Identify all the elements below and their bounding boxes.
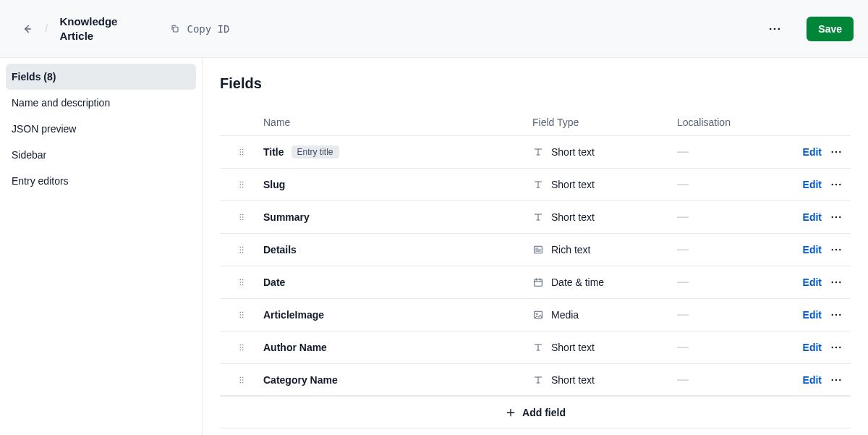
localisation-empty: — (677, 373, 778, 387)
drag-icon (237, 375, 247, 385)
more-horizontal-icon (830, 243, 843, 256)
plus-icon (505, 407, 516, 418)
copy-id-label: Copy ID (187, 23, 229, 35)
sidebar-item[interactable]: Entry editors (6, 168, 196, 194)
sidebar: Fields (8)Name and descriptionJSON previ… (0, 58, 203, 435)
field-type: Rich text (532, 244, 677, 255)
row-more-button[interactable] (822, 341, 851, 354)
drag-handle[interactable] (220, 277, 263, 287)
drag-icon (237, 180, 247, 190)
drag-icon (237, 212, 247, 222)
drag-handle[interactable] (220, 147, 263, 157)
copy-icon (169, 23, 181, 35)
localisation-empty: — (677, 308, 778, 321)
more-horizontal-icon (767, 22, 782, 36)
table-row: Author NameShort text—Edit (220, 331, 851, 363)
more-horizontal-icon (830, 308, 843, 321)
richtext-icon (532, 244, 544, 255)
text-icon (532, 146, 544, 158)
table-row: DateDate & time—Edit (220, 266, 851, 298)
back-button[interactable] (20, 22, 33, 35)
more-horizontal-icon (830, 276, 843, 289)
field-type: Short text (532, 211, 677, 223)
edit-button[interactable]: Edit (778, 146, 822, 158)
row-more-button[interactable] (822, 178, 851, 191)
row-more-button[interactable] (822, 276, 851, 289)
table-row: DetailsRich text—Edit (220, 233, 851, 266)
localisation-empty: — (677, 341, 778, 354)
table-row: Category NameShort text—Edit (220, 363, 851, 396)
media-icon (532, 309, 544, 321)
row-more-button[interactable] (822, 145, 851, 159)
page-title: Knowledge Article (59, 14, 146, 43)
text-icon (532, 211, 544, 223)
row-more-button[interactable] (822, 373, 851, 387)
text-icon (532, 374, 544, 386)
drag-icon (237, 342, 247, 352)
field-type: Date & time (532, 276, 677, 288)
entry-title-badge: Entry title (292, 145, 339, 159)
more-horizontal-icon (830, 373, 843, 387)
edit-button[interactable]: Edit (778, 309, 822, 321)
row-more-button[interactable] (822, 211, 851, 224)
field-name: Category Name (263, 374, 532, 386)
more-horizontal-icon (830, 178, 843, 191)
main-content: Fields Name Field Type Localisation Titl… (203, 58, 868, 435)
edit-button[interactable]: Edit (778, 211, 822, 223)
field-type: Media (532, 309, 677, 321)
arrow-left-icon (20, 22, 33, 35)
drag-handle[interactable] (220, 212, 263, 222)
edit-button[interactable]: Edit (778, 342, 822, 353)
field-name: Author Name (263, 342, 532, 353)
more-horizontal-icon (830, 341, 843, 354)
field-type: Short text (532, 146, 677, 158)
row-more-button[interactable] (822, 243, 851, 256)
drag-handle[interactable] (220, 310, 263, 320)
fields-table: Name Field Type Localisation TitleEntry … (220, 109, 851, 428)
field-name: Details (263, 244, 532, 255)
drag-handle[interactable] (220, 245, 263, 255)
sidebar-item[interactable]: Name and description (6, 90, 196, 116)
drag-handle[interactable] (220, 375, 263, 385)
header-more-button[interactable] (763, 17, 786, 41)
add-field-button[interactable]: Add field (220, 396, 851, 428)
field-type: Short text (532, 374, 677, 386)
more-horizontal-icon (830, 211, 843, 224)
add-field-label: Add field (522, 407, 566, 418)
field-name: Summary (263, 211, 532, 223)
field-name: TitleEntry title (263, 145, 532, 159)
save-button[interactable]: Save (807, 17, 854, 41)
drag-icon (237, 245, 247, 255)
edit-button[interactable]: Edit (778, 276, 822, 288)
localisation-empty: — (677, 276, 778, 289)
table-row: SummaryShort text—Edit (220, 200, 851, 233)
more-horizontal-icon (830, 145, 843, 159)
field-name: ArticleImage (263, 309, 532, 321)
drag-icon (237, 147, 247, 157)
calendar-icon (532, 276, 544, 288)
text-icon (532, 179, 544, 190)
edit-button[interactable]: Edit (778, 244, 822, 255)
localisation-empty: — (677, 178, 778, 191)
table-header: Name Field Type Localisation (220, 109, 851, 135)
sidebar-item[interactable]: Sidebar (6, 142, 196, 168)
fields-heading: Fields (220, 75, 851, 92)
field-name: Date (263, 276, 532, 288)
table-row: ArticleImageMedia—Edit (220, 298, 851, 331)
col-type: Field Type (532, 117, 677, 128)
field-type: Short text (532, 179, 677, 190)
copy-id-button[interactable]: Copy ID (169, 23, 229, 35)
sidebar-item[interactable]: JSON preview (6, 116, 196, 142)
sidebar-item[interactable]: Fields (8) (6, 64, 196, 90)
table-row: SlugShort text—Edit (220, 168, 851, 200)
edit-button[interactable]: Edit (778, 374, 822, 386)
col-localisation: Localisation (677, 117, 778, 128)
table-row: TitleEntry titleShort text—Edit (220, 135, 851, 168)
drag-handle[interactable] (220, 342, 263, 352)
localisation-empty: — (677, 211, 778, 224)
localisation-empty: — (677, 145, 778, 159)
breadcrumb-separator: / (45, 22, 48, 35)
edit-button[interactable]: Edit (778, 179, 822, 190)
row-more-button[interactable] (822, 308, 851, 321)
drag-handle[interactable] (220, 180, 263, 190)
